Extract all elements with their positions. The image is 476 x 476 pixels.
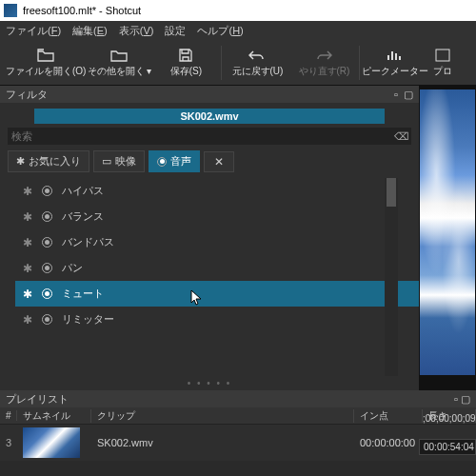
playlist-panel: プレイリスト ▫ ▢ # サムネイル クリップ イン点 長さ 3 SK002.w… [0, 390, 476, 461]
audio-filter-icon [42, 186, 52, 196]
filter-item[interactable]: ✱ミュート [15, 281, 419, 307]
audio-filter-icon [42, 263, 52, 273]
filter-item[interactable]: ✱パン [15, 255, 419, 281]
undo-icon [248, 48, 266, 63]
col-number[interactable]: # [0, 410, 17, 421]
filter-category-tabs: ✱お気に入り ▭映像 音声 ✕ [8, 150, 411, 172]
toolbar-separator [221, 46, 222, 80]
project-button[interactable]: プロ [428, 42, 457, 84]
row-clip-name: SK002.wmv [91, 437, 354, 448]
favorite-icon[interactable]: ✱ [23, 262, 32, 275]
filter-search-row: ⌫ [8, 128, 411, 145]
menu-edit[interactable]: 編集(E) [72, 24, 108, 38]
playlist-panel-title: プレイリスト [6, 392, 69, 407]
search-clear-icon[interactable]: ⌫ [392, 130, 411, 143]
filter-item-label: パン [62, 261, 83, 275]
window-title: freesoft100.mlt* - Shotcut [23, 5, 141, 16]
row-thumbnail [17, 427, 91, 458]
filter-item[interactable]: ✱バランス [15, 204, 419, 229]
row-in-point: 00:00:00:00 [354, 437, 423, 448]
timecode-input[interactable]: 00:00:54:04 ▲▼ [419, 439, 476, 455]
panel-undock-icon[interactable]: ▫ [454, 393, 458, 405]
folder-open-icon [37, 48, 54, 63]
tab-video[interactable]: ▭映像 [93, 150, 145, 172]
filter-item-label: ミュート [62, 287, 104, 301]
folder-icon [110, 48, 128, 63]
menu-settings[interactable]: 設定 [165, 24, 186, 38]
filter-item[interactable]: ✱ハイパス [15, 178, 419, 204]
filter-item[interactable]: ✱バンドパス [15, 229, 419, 255]
favorite-icon[interactable]: ✱ [23, 210, 32, 224]
filter-item-label: リミッター [62, 312, 114, 327]
audio-filter-icon [42, 237, 52, 248]
preview-panel [419, 86, 476, 390]
panel-close-icon[interactable]: ▢ [404, 89, 413, 101]
monitor-icon: ▭ [102, 155, 111, 168]
open-other-button[interactable]: その他を開く ▾ [86, 42, 152, 84]
audio-filter-icon [42, 211, 52, 222]
filter-item[interactable]: ✱リミッター [15, 307, 419, 332]
panel-close-icon[interactable]: ▢ [461, 393, 470, 405]
peak-meter-button[interactable]: ピークメーター [362, 42, 428, 84]
filter-search-input[interactable] [8, 128, 392, 145]
star-icon: ✱ [16, 155, 25, 168]
audio-filter-icon [42, 288, 52, 299]
redo-icon [315, 48, 332, 63]
menu-file[interactable]: ファイル(F) [6, 24, 61, 38]
filters-panel-header: フィルタ ▫ ▢ [0, 86, 419, 103]
main-toolbar: ファイルを開く(O) その他を開く ▾ 保存(S) 元に戻す(U) やり直す(R… [0, 40, 476, 86]
menubar: ファイル(F) 編集(E) 表示(V) 設定 ヘルプ(H) [0, 21, 476, 40]
filter-item-label: ハイパス [62, 184, 104, 198]
filter-item-label: バンドパス [62, 235, 114, 249]
timecode-area: ;00;00;00;09 00:00:54:04 ▲▼ [419, 411, 476, 455]
timecode-small: ;00;00;00;09 [419, 411, 476, 426]
preview-image [420, 89, 475, 375]
menu-help[interactable]: ヘルプ(H) [197, 24, 243, 38]
filters-panel: フィルタ ▫ ▢ SK002.wmv ⌫ ✱お気に入り ▭映像 音声 ✕ ▲ ▼… [0, 86, 419, 390]
filter-list[interactable]: ▲ ▼ ✱ハイパス✱バランス✱バンドパス✱パン✱ミュート✱リミッター [15, 178, 419, 376]
playlist-table-header: # サムネイル クリップ イン点 長さ [0, 407, 476, 425]
tab-close-button[interactable]: ✕ [204, 151, 234, 172]
favorite-icon[interactable]: ✱ [23, 313, 32, 327]
favorite-icon[interactable]: ✱ [23, 288, 32, 301]
audio-icon [157, 157, 167, 167]
audio-filter-icon [42, 314, 52, 325]
app-logo-icon [4, 4, 17, 17]
tab-audio[interactable]: 音声 [149, 150, 200, 172]
scrollbar-thumb[interactable] [387, 178, 396, 207]
tab-favorites[interactable]: ✱お気に入り [8, 150, 89, 172]
filter-item-label: バランス [62, 209, 104, 224]
filter-clip-name: SK002.wmv [34, 109, 385, 124]
meter-icon [387, 48, 404, 63]
toolbar-separator [359, 46, 360, 80]
open-file-button[interactable]: ファイルを開く(O) [6, 42, 86, 84]
menu-view[interactable]: 表示(V) [119, 24, 154, 38]
col-clip[interactable]: クリップ [91, 409, 354, 423]
filters-panel-title: フィルタ [6, 88, 48, 102]
col-thumbnail[interactable]: サムネイル [17, 409, 91, 423]
col-in-point[interactable]: イン点 [354, 409, 423, 423]
save-icon [177, 48, 194, 63]
filter-list-scrollbar[interactable]: ▲ ▼ [385, 178, 398, 376]
undo-button[interactable]: 元に戻す(U) [224, 42, 290, 84]
resize-grip-icon[interactable]: • • • • • [0, 376, 419, 390]
playlist-row[interactable]: 3 SK002.wmv 00:00:00:00 00:01:04 [0, 425, 476, 461]
project-icon [434, 48, 451, 63]
playlist-panel-header: プレイリスト ▫ ▢ [0, 390, 476, 407]
thumbnail-image [23, 427, 80, 458]
row-number: 3 [0, 437, 17, 448]
favorite-icon[interactable]: ✱ [23, 236, 32, 249]
favorite-icon[interactable]: ✱ [23, 185, 32, 198]
window-titlebar: freesoft100.mlt* - Shotcut [0, 0, 476, 21]
panel-undock-icon[interactable]: ▫ [394, 89, 398, 101]
svg-rect-0 [436, 50, 449, 61]
redo-button[interactable]: やり直す(R) [290, 42, 357, 84]
save-button[interactable]: 保存(S) [152, 42, 219, 84]
